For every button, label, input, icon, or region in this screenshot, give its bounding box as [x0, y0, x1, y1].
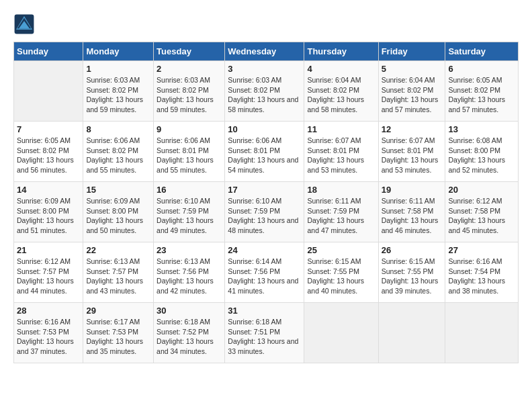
day-number: 27: [448, 245, 515, 255]
calendar-cell: 30 Sunrise: 6:18 AM Sunset: 7:52 PM Dayl…: [154, 303, 225, 363]
calendar-cell: 10 Sunrise: 6:06 AM Sunset: 8:01 PM Dayl…: [225, 122, 304, 182]
day-info: Sunrise: 6:15 AM Sunset: 7:55 PM Dayligh…: [307, 257, 375, 296]
day-number: 9: [157, 124, 222, 134]
calendar-cell: 6 Sunrise: 6:05 AM Sunset: 8:02 PM Dayli…: [445, 61, 519, 122]
calendar-cell: 12 Sunrise: 6:07 AM Sunset: 8:01 PM Dayl…: [378, 122, 445, 182]
calendar-cell: [304, 303, 378, 363]
day-info: Sunrise: 6:06 AM Sunset: 8:01 PM Dayligh…: [228, 136, 301, 175]
calendar-cell: [14, 61, 83, 122]
calendar-cell: 9 Sunrise: 6:06 AM Sunset: 8:01 PM Dayli…: [154, 122, 225, 182]
day-number: 21: [17, 245, 80, 255]
day-info: Sunrise: 6:12 AM Sunset: 7:57 PM Dayligh…: [17, 257, 80, 296]
day-info: Sunrise: 6:06 AM Sunset: 8:02 PM Dayligh…: [86, 136, 150, 175]
day-info: Sunrise: 6:08 AM Sunset: 8:00 PM Dayligh…: [448, 136, 515, 175]
calendar-cell: 13 Sunrise: 6:08 AM Sunset: 8:00 PM Dayl…: [445, 122, 519, 182]
calendar-week-row: 28 Sunrise: 6:16 AM Sunset: 7:53 PM Dayl…: [14, 303, 519, 363]
day-info: Sunrise: 6:03 AM Sunset: 8:02 PM Dayligh…: [86, 75, 150, 115]
calendar-cell: 21 Sunrise: 6:12 AM Sunset: 7:57 PM Dayl…: [14, 242, 83, 303]
day-info: Sunrise: 6:05 AM Sunset: 8:02 PM Dayligh…: [448, 75, 515, 115]
calendar-cell: 28 Sunrise: 6:16 AM Sunset: 7:53 PM Dayl…: [14, 303, 83, 363]
calendar-cell: 26 Sunrise: 6:15 AM Sunset: 7:55 PM Dayl…: [378, 242, 445, 303]
calendar-body: 1 Sunrise: 6:03 AM Sunset: 8:02 PM Dayli…: [14, 61, 519, 363]
day-number: 7: [17, 124, 80, 134]
day-info: Sunrise: 6:07 AM Sunset: 8:01 PM Dayligh…: [382, 136, 443, 175]
weekday-header-cell: Friday: [378, 42, 445, 61]
day-number: 10: [228, 124, 301, 134]
day-info: Sunrise: 6:03 AM Sunset: 8:02 PM Dayligh…: [157, 75, 222, 115]
day-number: 18: [307, 185, 375, 195]
calendar-cell: 3 Sunrise: 6:03 AM Sunset: 8:02 PM Dayli…: [225, 61, 304, 122]
day-info: Sunrise: 6:13 AM Sunset: 7:56 PM Dayligh…: [157, 257, 222, 296]
calendar-cell: 15 Sunrise: 6:09 AM Sunset: 8:00 PM Dayl…: [83, 182, 154, 242]
day-info: Sunrise: 6:13 AM Sunset: 7:57 PM Dayligh…: [86, 257, 150, 296]
day-number: 30: [157, 306, 222, 316]
day-info: Sunrise: 6:04 AM Sunset: 8:02 PM Dayligh…: [382, 75, 443, 115]
logo-icon: [13, 13, 35, 35]
calendar-week-row: 21 Sunrise: 6:12 AM Sunset: 7:57 PM Dayl…: [14, 242, 519, 303]
day-number: 6: [448, 64, 515, 74]
day-number: 24: [228, 245, 301, 255]
weekday-header-cell: Wednesday: [225, 42, 304, 61]
weekday-header-row: SundayMondayTuesdayWednesdayThursdayFrid…: [14, 42, 519, 61]
day-info: Sunrise: 6:16 AM Sunset: 7:54 PM Dayligh…: [448, 257, 515, 296]
calendar-cell: 29 Sunrise: 6:17 AM Sunset: 7:53 PM Dayl…: [83, 303, 154, 363]
day-info: Sunrise: 6:09 AM Sunset: 8:00 PM Dayligh…: [17, 196, 80, 236]
calendar-header: SundayMondayTuesdayWednesdayThursdayFrid…: [14, 42, 519, 61]
calendar-week-row: 7 Sunrise: 6:05 AM Sunset: 8:02 PM Dayli…: [14, 122, 519, 182]
calendar-cell: 16 Sunrise: 6:10 AM Sunset: 7:59 PM Dayl…: [154, 182, 225, 242]
calendar-cell: 5 Sunrise: 6:04 AM Sunset: 8:02 PM Dayli…: [378, 61, 445, 122]
calendar-cell: 27 Sunrise: 6:16 AM Sunset: 7:54 PM Dayl…: [445, 242, 519, 303]
day-info: Sunrise: 6:06 AM Sunset: 8:01 PM Dayligh…: [157, 136, 222, 175]
day-number: 4: [307, 64, 375, 74]
day-number: 29: [86, 306, 150, 316]
calendar-cell: 23 Sunrise: 6:13 AM Sunset: 7:56 PM Dayl…: [154, 242, 225, 303]
day-number: 1: [86, 64, 150, 74]
calendar-week-row: 1 Sunrise: 6:03 AM Sunset: 8:02 PM Dayli…: [14, 61, 519, 122]
calendar-cell: 31 Sunrise: 6:18 AM Sunset: 7:51 PM Dayl…: [225, 303, 304, 363]
day-number: 19: [382, 185, 443, 195]
day-info: Sunrise: 6:11 AM Sunset: 7:58 PM Dayligh…: [382, 196, 443, 236]
day-info: Sunrise: 6:05 AM Sunset: 8:02 PM Dayligh…: [17, 136, 80, 175]
day-info: Sunrise: 6:17 AM Sunset: 7:53 PM Dayligh…: [86, 317, 150, 357]
day-number: 26: [382, 245, 443, 255]
calendar-cell: 20 Sunrise: 6:12 AM Sunset: 7:58 PM Dayl…: [445, 182, 519, 242]
calendar-cell: 1 Sunrise: 6:03 AM Sunset: 8:02 PM Dayli…: [83, 61, 154, 122]
day-number: 14: [17, 185, 80, 195]
calendar-cell: 7 Sunrise: 6:05 AM Sunset: 8:02 PM Dayli…: [14, 122, 83, 182]
day-number: 28: [17, 306, 80, 316]
day-info: Sunrise: 6:09 AM Sunset: 8:00 PM Dayligh…: [86, 196, 150, 236]
day-number: 15: [86, 185, 150, 195]
day-number: 25: [307, 245, 375, 255]
day-info: Sunrise: 6:07 AM Sunset: 8:01 PM Dayligh…: [307, 136, 375, 175]
logo: [13, 13, 38, 35]
day-info: Sunrise: 6:12 AM Sunset: 7:58 PM Dayligh…: [448, 196, 515, 236]
page-header: [13, 13, 519, 35]
weekday-header-cell: Thursday: [304, 42, 378, 61]
day-info: Sunrise: 6:03 AM Sunset: 8:02 PM Dayligh…: [228, 75, 301, 115]
calendar-table: SundayMondayTuesdayWednesdayThursdayFrid…: [13, 42, 519, 363]
day-info: Sunrise: 6:18 AM Sunset: 7:51 PM Dayligh…: [228, 317, 301, 357]
calendar-cell: 2 Sunrise: 6:03 AM Sunset: 8:02 PM Dayli…: [154, 61, 225, 122]
day-number: 23: [157, 245, 222, 255]
day-info: Sunrise: 6:10 AM Sunset: 7:59 PM Dayligh…: [228, 196, 301, 236]
calendar-cell: 8 Sunrise: 6:06 AM Sunset: 8:02 PM Dayli…: [83, 122, 154, 182]
day-number: 12: [382, 124, 443, 134]
day-number: 3: [228, 64, 301, 74]
calendar-cell: 4 Sunrise: 6:04 AM Sunset: 8:02 PM Dayli…: [304, 61, 378, 122]
calendar-cell: 22 Sunrise: 6:13 AM Sunset: 7:57 PM Dayl…: [83, 242, 154, 303]
calendar-cell: [445, 303, 519, 363]
day-number: 31: [228, 306, 301, 316]
day-number: 5: [382, 64, 443, 74]
calendar-cell: 24 Sunrise: 6:14 AM Sunset: 7:56 PM Dayl…: [225, 242, 304, 303]
day-info: Sunrise: 6:18 AM Sunset: 7:52 PM Dayligh…: [157, 317, 222, 357]
weekday-header-cell: Sunday: [14, 42, 83, 61]
day-info: Sunrise: 6:11 AM Sunset: 7:59 PM Dayligh…: [307, 196, 375, 236]
day-info: Sunrise: 6:16 AM Sunset: 7:53 PM Dayligh…: [17, 317, 80, 357]
day-info: Sunrise: 6:10 AM Sunset: 7:59 PM Dayligh…: [157, 196, 222, 236]
calendar-cell: 25 Sunrise: 6:15 AM Sunset: 7:55 PM Dayl…: [304, 242, 378, 303]
day-number: 17: [228, 185, 301, 195]
calendar-cell: 18 Sunrise: 6:11 AM Sunset: 7:59 PM Dayl…: [304, 182, 378, 242]
weekday-header-cell: Tuesday: [154, 42, 225, 61]
day-info: Sunrise: 6:15 AM Sunset: 7:55 PM Dayligh…: [382, 257, 443, 296]
calendar-cell: 17 Sunrise: 6:10 AM Sunset: 7:59 PM Dayl…: [225, 182, 304, 242]
